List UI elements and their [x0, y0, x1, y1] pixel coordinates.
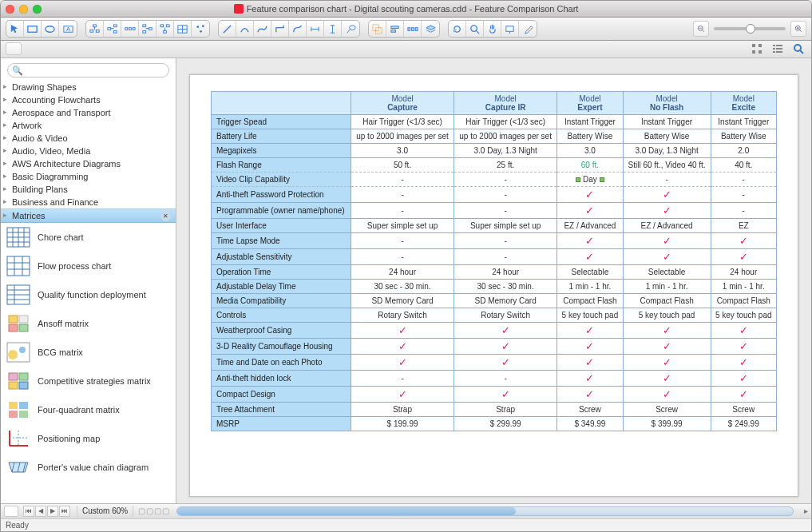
- row-label[interactable]: Weatherproof Casing: [212, 322, 351, 338]
- table-cell[interactable]: 3.0: [351, 143, 454, 157]
- table-cell[interactable]: -: [351, 202, 454, 218]
- table-row[interactable]: Time and Date on each Photo✓✓✓✓✓: [212, 354, 777, 370]
- table-cell[interactable]: ✓: [557, 322, 623, 338]
- page-next-button[interactable]: ▶: [47, 506, 58, 517]
- zoom-window-button[interactable]: [33, 5, 42, 14]
- row-label[interactable]: Time and Date on each Photo: [212, 354, 351, 370]
- row-label[interactable]: Anti-theft Password Protection: [212, 186, 351, 202]
- category-item[interactable]: Accounting Flowcharts: [1, 93, 176, 106]
- table-cell[interactable]: ✓: [557, 232, 623, 248]
- table-cell[interactable]: -: [711, 202, 776, 218]
- row-label[interactable]: Video Clip Capability: [212, 172, 351, 186]
- table-cell[interactable]: ✓: [711, 386, 776, 402]
- table-cell[interactable]: 1 min - 1 hr.: [623, 279, 711, 293]
- column-header[interactable]: ModelCapture IR: [454, 91, 557, 114]
- table-cell[interactable]: Super simple set up: [351, 218, 454, 232]
- table-cell[interactable]: Selectable: [557, 264, 623, 279]
- zoom-in-button[interactable]: [790, 21, 806, 37]
- row-label[interactable]: Battery Life: [212, 129, 351, 143]
- table-cell[interactable]: 24 hour: [454, 264, 557, 279]
- row-label[interactable]: Media Compatibility: [212, 293, 351, 308]
- library-list-view-button[interactable]: [770, 42, 786, 56]
- category-item[interactable]: Business and Finance: [1, 196, 176, 208]
- tree-right-button[interactable]: [104, 21, 121, 37]
- table-cell[interactable]: Screw: [557, 402, 623, 416]
- table-row[interactable]: Flash Range50 ft.25 ft.60 ft.Still 60 ft…: [212, 157, 777, 172]
- table-cell[interactable]: ✓: [623, 322, 711, 338]
- row-label[interactable]: Tree Attachment: [212, 402, 351, 416]
- row-label[interactable]: Programmable (owner name/phone): [212, 202, 351, 218]
- table-cell[interactable]: ✓: [711, 354, 776, 370]
- table-cell[interactable]: ✓: [623, 370, 711, 386]
- row-label[interactable]: Adjustable Delay Time: [212, 279, 351, 293]
- table-cell[interactable]: Battery Wise: [557, 129, 623, 143]
- zoom-tool-button[interactable]: [466, 21, 484, 37]
- table-row[interactable]: Compact Design✓✓✓✓✓: [212, 386, 777, 402]
- table-cell[interactable]: -: [711, 172, 776, 186]
- table-cell[interactable]: ✓: [623, 202, 711, 218]
- table-cell[interactable]: 30 sec - 30 min.: [351, 279, 454, 293]
- table-cell[interactable]: 1 min - 1 hr.: [711, 279, 776, 293]
- dimension-h-button[interactable]: [307, 21, 324, 37]
- table-cell[interactable]: -: [351, 370, 454, 386]
- table-cell[interactable]: Compact Flash: [557, 293, 623, 308]
- row-label[interactable]: Anti-theft hidden lock: [212, 370, 351, 386]
- table-cell[interactable]: 3.0: [557, 143, 623, 157]
- column-header[interactable]: ModelCapture: [351, 91, 454, 114]
- zoom-out-button[interactable]: [693, 21, 709, 37]
- category-item[interactable]: Artwork: [1, 119, 176, 132]
- table-cell[interactable]: ✓: [557, 338, 623, 354]
- table-cell[interactable]: ✓: [623, 186, 711, 202]
- table-cell[interactable]: -: [454, 370, 557, 386]
- zoom-track[interactable]: [714, 27, 786, 30]
- page[interactable]: ModelCaptureModelCapture IRModelExpertMo…: [189, 74, 798, 497]
- group-button[interactable]: [369, 21, 386, 37]
- library-item[interactable]: BCG matrix: [1, 338, 176, 367]
- table-cell[interactable]: 2.0: [711, 143, 776, 157]
- table-cell[interactable]: up to 2000 images per set: [351, 129, 454, 143]
- table-cell[interactable]: ✓: [351, 386, 454, 402]
- table-cell[interactable]: ✓: [623, 354, 711, 370]
- table-cell[interactable]: Still 60 ft., Video 40 ft.: [623, 157, 711, 172]
- table-cell[interactable]: Rotary Switch: [454, 308, 557, 322]
- library-item[interactable]: Ansoff matrix: [1, 309, 176, 338]
- table-cell[interactable]: Strap: [454, 402, 557, 416]
- table-cell[interactable]: -: [351, 186, 454, 202]
- table-cell[interactable]: Selectable: [623, 264, 711, 279]
- selection-handle[interactable]: [600, 177, 604, 182]
- arc-tool-button[interactable]: [236, 21, 254, 37]
- table-cell[interactable]: Instant Trigger: [557, 114, 623, 129]
- table-cell[interactable]: Hair Trigger (<1/3 sec): [351, 114, 454, 129]
- spline-tool-button[interactable]: [254, 21, 271, 37]
- selection-handle[interactable]: [576, 177, 580, 182]
- table-row[interactable]: User InterfaceSuper simple set upSuper s…: [212, 218, 777, 232]
- scroll-right-button[interactable]: ▸: [800, 506, 811, 515]
- chain-button[interactable]: [121, 21, 139, 37]
- category-item[interactable]: Aerospace and Transport: [1, 106, 176, 119]
- page-tab[interactable]: [4, 506, 18, 517]
- pointer-tool-button[interactable]: [6, 21, 24, 37]
- table-cell[interactable]: -: [623, 172, 711, 186]
- zoom-slider[interactable]: [693, 21, 806, 37]
- row-label[interactable]: Operation Time: [212, 264, 351, 279]
- table-cell[interactable]: ✓: [454, 338, 557, 354]
- row-label[interactable]: Controls: [212, 308, 351, 322]
- table-cell[interactable]: 5 key touch pad: [557, 308, 623, 322]
- table-cell[interactable]: ✓: [711, 248, 776, 264]
- table-row[interactable]: Weatherproof Casing✓✓✓✓✓: [212, 322, 777, 338]
- horizontal-scrollbar[interactable]: [176, 506, 794, 516]
- table-row[interactable]: MSRP$ 199.99$ 299.99$ 349.99$ 399.99$ 24…: [212, 416, 777, 431]
- row-label[interactable]: Trigger Spead: [212, 114, 351, 129]
- table-cell[interactable]: EZ: [711, 218, 776, 232]
- table-cell[interactable]: -: [351, 172, 454, 186]
- minimize-window-button[interactable]: [19, 5, 28, 14]
- table-cell[interactable]: ✓: [623, 338, 711, 354]
- table-cell[interactable]: ✓: [711, 338, 776, 354]
- library-item[interactable]: Chore chart: [1, 223, 176, 252]
- table-row[interactable]: Megapixels3.03.0 Day, 1.3 Night3.03.0 Da…: [212, 143, 777, 157]
- line-tool-button[interactable]: [219, 21, 236, 37]
- table-row[interactable]: ControlsRotary SwitchRotary Switch5 key …: [212, 308, 777, 322]
- table-cell[interactable]: ✓: [454, 322, 557, 338]
- table-cell[interactable]: ✓: [623, 232, 711, 248]
- table-cell[interactable]: $ 399.99: [623, 416, 711, 431]
